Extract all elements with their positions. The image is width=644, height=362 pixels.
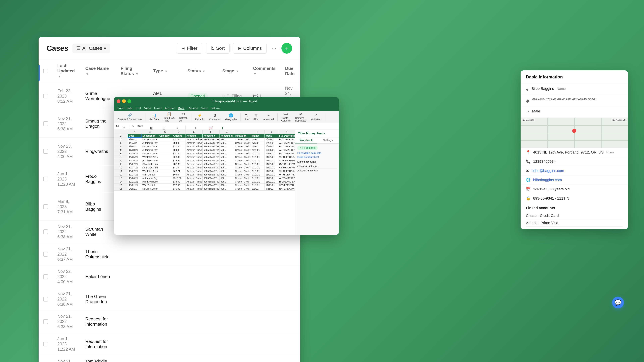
- excel-cell[interactable]: 596...: [219, 173, 234, 176]
- excel-cell[interactable]: $30.00: [172, 152, 186, 155]
- excel-cell[interactable]: 9/28/21: [128, 187, 142, 191]
- excel-cell[interactable]: Amazon Prime Visa: [186, 184, 202, 187]
- excel-cell[interactable]: 11/1/21: [251, 173, 264, 176]
- advanced-btn[interactable]: ≡ Advanced: [262, 113, 276, 121]
- excel-cell[interactable]: WTM DENTAL: [278, 173, 295, 176]
- excel-cell[interactable]: 596566aa67ee0688: [202, 162, 219, 166]
- excel-cell[interactable]: OVERDUE PMNT: [278, 166, 295, 169]
- row-case-name[interactable]: Request for Information: [81, 333, 116, 355]
- excel-cell[interactable]: $63.21: [172, 169, 186, 173]
- excel-cell[interactable]: [158, 162, 172, 166]
- excel-cell[interactable]: 596...: [219, 176, 234, 180]
- excel-cell[interactable]: Nature Conservancy: [142, 152, 158, 155]
- excel-cell[interactable]: Month: [251, 134, 264, 138]
- excel-cell[interactable]: NATURE CONSERVANCY: [278, 145, 295, 148]
- excel-cell[interactable]: [158, 138, 172, 141]
- excel-cell[interactable]: [158, 176, 172, 180]
- excel-cell[interactable]: Amazon Prime Visa: [186, 148, 202, 152]
- col-d[interactable]: D: [172, 130, 186, 134]
- col-type[interactable]: Type ▾: [148, 60, 183, 82]
- excel-cell[interactable]: $30.00: [172, 138, 186, 141]
- col-j[interactable]: J: [264, 130, 278, 134]
- excel-cell[interactable]: $4.30: [172, 166, 186, 169]
- excel-cell[interactable]: Amazon Prime Visa: [186, 145, 202, 148]
- excel-cell[interactable]: 596...: [219, 148, 234, 152]
- tab-settings[interactable]: Settings: [317, 137, 339, 143]
- excel-cell[interactable]: Chase - Credit Card: [234, 169, 251, 173]
- row-checkbox[interactable]: [38, 355, 53, 362]
- row-checkbox[interactable]: [38, 221, 53, 243]
- excel-cell[interactable]: Nature Conservancy: [142, 187, 158, 191]
- excel-cell[interactable]: 11/21/21: [264, 155, 278, 159]
- excel-cell[interactable]: 11/1/21: [251, 184, 264, 187]
- excel-cell[interactable]: 596...: [219, 180, 234, 184]
- excel-cell[interactable]: Chase - Credit Card: [234, 162, 251, 166]
- excel-cell[interactable]: Account Id: [219, 134, 234, 138]
- cell-reference[interactable]: A1: [116, 124, 129, 128]
- excel-cell[interactable]: Account: [186, 134, 202, 138]
- excel-cell[interactable]: Chase - Credit Card: [234, 166, 251, 169]
- excel-cell[interactable]: Charitable Pmnt: [142, 162, 158, 166]
- excel-cell[interactable]: 596566aa67ee0688: [202, 187, 219, 191]
- excel-cell[interactable]: 11/1/21: [251, 166, 264, 169]
- install-autocat-link[interactable]: Install AutoCat sheet: [297, 156, 337, 158]
- excel-cell[interactable]: [158, 184, 172, 187]
- filter-button[interactable]: ⊟ Filter: [176, 43, 202, 54]
- col-e[interactable]: E: [186, 130, 202, 134]
- data-from-tbl[interactable]: 📋 Data FromTable: [162, 111, 176, 123]
- excel-cell[interactable]: Account #: [202, 134, 219, 138]
- excel-data-row[interactable]: 1311/26/21Automatic Payment - Thank$213.…: [114, 176, 295, 180]
- excel-data-row[interactable]: 21/28/22Nature Conservancy$30.00Amazon P…: [114, 138, 295, 141]
- excel-cell[interactable]: 596...: [219, 162, 234, 166]
- excel-cell[interactable]: Chase - Credit Card: [234, 184, 251, 187]
- excel-cell[interactable]: Automatic Payment - Thank: [142, 148, 158, 152]
- row-checkbox[interactable]: [38, 266, 53, 288]
- excel-cell[interactable]: Category: [158, 134, 172, 138]
- excel-data-row[interactable]: 1411/21/21Highland Bakery$38.00Amazon Pr…: [114, 180, 295, 184]
- excel-cell[interactable]: $77.85: [172, 184, 186, 187]
- excel-cell[interactable]: $37.80: [172, 162, 186, 166]
- excel-cell[interactable]: 12/1/21: [251, 152, 264, 155]
- excel-cell[interactable]: 11/1/21: [251, 169, 264, 173]
- menu-view[interactable]: View: [144, 107, 151, 110]
- excel-cell[interactable]: 11/27/21: [128, 166, 142, 169]
- menu-format[interactable]: Format: [165, 107, 174, 110]
- row-case-name[interactable]: Tom Riddle and The Thr...: [81, 355, 116, 362]
- excel-cell[interactable]: Date: [128, 134, 142, 138]
- excel-cell[interactable]: Week: [264, 134, 278, 138]
- excel-cell[interactable]: 596566aa67ee0688: [202, 141, 219, 145]
- excel-cell[interactable]: 596566aa67ee0688: [202, 169, 219, 173]
- excel-cell[interactable]: 596566aa67ee0688: [202, 176, 219, 180]
- table-row[interactable]: Nov 21, 2022 6:37 AM Thorin Oakenshield: [38, 243, 300, 266]
- excel-cell[interactable]: 596...: [219, 184, 234, 187]
- row-checkbox[interactable]: [38, 82, 53, 110]
- excel-cell[interactable]: Wholefds Asf #029: [142, 155, 158, 159]
- menu-data[interactable]: Data: [178, 107, 184, 110]
- sort-btn[interactable]: ⇅ Sort: [243, 113, 250, 121]
- col-case-name[interactable]: Case Name ▾: [81, 60, 116, 82]
- excel-cell[interactable]: Amount: [172, 134, 186, 138]
- excel-cell[interactable]: 11/25/21: [128, 159, 142, 162]
- row-case-name[interactable]: Saruman White: [81, 221, 116, 243]
- excel-cell[interactable]: Chase - Credit Card: [234, 138, 251, 141]
- chat-button[interactable]: 💬: [612, 297, 624, 308]
- excel-cell[interactable]: Chase - Credit Card: [234, 145, 251, 148]
- excel-cell[interactable]: 11/27/21: [128, 169, 142, 173]
- excel-cell[interactable]: [158, 180, 172, 184]
- menu-tellme[interactable]: Tell me: [211, 107, 220, 110]
- excel-cell[interactable]: Chase - Credit Card: [234, 155, 251, 159]
- table-row[interactable]: Nov 21, 2022 11:43 AM Tom Riddle and The…: [38, 355, 300, 362]
- excel-cell[interactable]: 11/1/21: [251, 159, 264, 162]
- formula-input[interactable]: Date: [137, 124, 337, 128]
- row-case-name[interactable]: The Green Dragon Inn: [81, 288, 116, 310]
- menu-view2[interactable]: View: [201, 107, 208, 110]
- col-a[interactable]: A: [128, 130, 142, 134]
- website-value[interactable]: bilbobaggins.com: [533, 178, 562, 182]
- row-checkbox[interactable]: [38, 193, 53, 221]
- excel-cell[interactable]: $0.00: [172, 173, 186, 176]
- excel-cell[interactable]: Full Description: [278, 134, 295, 138]
- excel-cell[interactable]: 11/21/21: [264, 159, 278, 162]
- menu-edit[interactable]: Edit: [136, 107, 141, 110]
- table-row[interactable]: Nov 21, 2022 6:38 AM The Green Dragon In…: [38, 288, 300, 310]
- excel-data-row[interactable]: 41/28/22Nature Conservancy$30.00Amazon P…: [114, 145, 295, 148]
